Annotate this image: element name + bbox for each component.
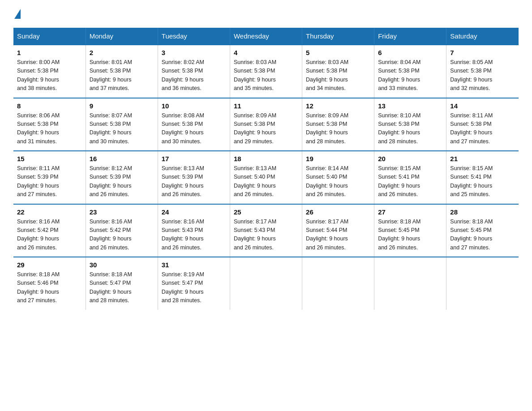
calendar-cell: 14 Sunrise: 8:11 AMSunset: 5:38 PMDaylig… (446, 98, 519, 151)
calendar-cell: 1 Sunrise: 8:00 AMSunset: 5:38 PMDayligh… (13, 45, 86, 98)
calendar-cell: 30 Sunrise: 8:18 AMSunset: 5:47 PMDaylig… (86, 257, 158, 310)
calendar-week-row: 15 Sunrise: 8:11 AMSunset: 5:39 PMDaylig… (13, 151, 519, 204)
day-info: Sunrise: 8:16 AMSunset: 5:42 PMDaylight:… (90, 218, 154, 253)
calendar-header-row: SundayMondayTuesdayWednesdayThursdayFrid… (13, 28, 519, 45)
day-number: 5 (306, 49, 370, 56)
calendar-cell: 4 Sunrise: 8:03 AMSunset: 5:38 PMDayligh… (230, 45, 302, 98)
day-info: Sunrise: 8:08 AMSunset: 5:38 PMDaylight:… (162, 111, 226, 146)
day-info: Sunrise: 8:06 AMSunset: 5:38 PMDaylight:… (17, 111, 82, 146)
calendar-cell: 7 Sunrise: 8:05 AMSunset: 5:38 PMDayligh… (446, 45, 519, 98)
day-info: Sunrise: 8:01 AMSunset: 5:38 PMDaylight:… (90, 58, 154, 93)
calendar-cell: 12 Sunrise: 8:09 AMSunset: 5:38 PMDaylig… (302, 98, 374, 151)
day-info: Sunrise: 8:02 AMSunset: 5:38 PMDaylight:… (162, 58, 226, 93)
calendar-cell: 2 Sunrise: 8:01 AMSunset: 5:38 PMDayligh… (86, 45, 158, 98)
calendar-cell (230, 257, 302, 310)
day-number: 14 (450, 102, 515, 110)
day-info: Sunrise: 8:19 AMSunset: 5:47 PMDaylight:… (162, 270, 226, 305)
calendar-cell: 16 Sunrise: 8:12 AMSunset: 5:39 PMDaylig… (86, 151, 158, 204)
day-info: Sunrise: 8:00 AMSunset: 5:38 PMDaylight:… (17, 58, 82, 93)
day-number: 30 (90, 261, 154, 269)
day-number: 16 (90, 155, 154, 163)
day-info: Sunrise: 8:07 AMSunset: 5:38 PMDaylight:… (90, 111, 154, 146)
day-info: Sunrise: 8:05 AMSunset: 5:38 PMDaylight:… (450, 58, 515, 93)
day-number: 2 (90, 49, 154, 56)
calendar-cell: 8 Sunrise: 8:06 AMSunset: 5:38 PMDayligh… (13, 98, 86, 151)
calendar-cell: 9 Sunrise: 8:07 AMSunset: 5:38 PMDayligh… (86, 98, 158, 151)
day-number: 18 (234, 155, 298, 163)
calendar-cell: 6 Sunrise: 8:04 AMSunset: 5:38 PMDayligh… (374, 45, 446, 98)
col-header-friday: Friday (374, 28, 446, 45)
calendar-cell: 24 Sunrise: 8:16 AMSunset: 5:43 PMDaylig… (158, 204, 230, 257)
day-number: 21 (450, 155, 515, 163)
day-info: Sunrise: 8:09 AMSunset: 5:38 PMDaylight:… (306, 111, 370, 146)
calendar-cell: 23 Sunrise: 8:16 AMSunset: 5:42 PMDaylig… (86, 204, 158, 257)
day-number: 28 (450, 208, 515, 216)
calendar-cell (302, 257, 374, 310)
day-number: 22 (17, 208, 82, 216)
day-info: Sunrise: 8:12 AMSunset: 5:39 PMDaylight:… (90, 164, 154, 199)
day-number: 15 (17, 155, 82, 163)
calendar-week-row: 29 Sunrise: 8:18 AMSunset: 5:46 PMDaylig… (13, 257, 519, 310)
day-info: Sunrise: 8:11 AMSunset: 5:38 PMDaylight:… (450, 111, 515, 146)
day-info: Sunrise: 8:03 AMSunset: 5:38 PMDaylight:… (306, 58, 370, 93)
day-info: Sunrise: 8:17 AMSunset: 5:44 PMDaylight:… (306, 218, 370, 253)
day-number: 27 (378, 208, 442, 216)
calendar-cell: 19 Sunrise: 8:14 AMSunset: 5:40 PMDaylig… (302, 151, 374, 204)
calendar-cell: 31 Sunrise: 8:19 AMSunset: 5:47 PMDaylig… (158, 257, 230, 310)
calendar-week-row: 1 Sunrise: 8:00 AMSunset: 5:38 PMDayligh… (13, 45, 519, 98)
day-number: 24 (162, 208, 226, 216)
day-info: Sunrise: 8:18 AMSunset: 5:45 PMDaylight:… (378, 218, 442, 253)
calendar-cell: 5 Sunrise: 8:03 AMSunset: 5:38 PMDayligh… (302, 45, 374, 98)
day-info: Sunrise: 8:18 AMSunset: 5:47 PMDaylight:… (90, 270, 154, 305)
day-number: 6 (378, 49, 442, 56)
day-info: Sunrise: 8:13 AMSunset: 5:39 PMDaylight:… (162, 164, 226, 199)
day-number: 9 (90, 102, 154, 110)
day-number: 7 (450, 49, 515, 56)
col-header-tuesday: Tuesday (158, 28, 230, 45)
day-number: 4 (234, 49, 298, 56)
calendar-cell: 25 Sunrise: 8:17 AMSunset: 5:43 PMDaylig… (230, 204, 302, 257)
day-number: 31 (162, 261, 226, 269)
day-info: Sunrise: 8:15 AMSunset: 5:41 PMDaylight:… (378, 164, 442, 199)
day-number: 12 (306, 102, 370, 110)
calendar-cell: 11 Sunrise: 8:09 AMSunset: 5:38 PMDaylig… (230, 98, 302, 151)
calendar-table: SundayMondayTuesdayWednesdayThursdayFrid… (13, 28, 519, 310)
day-info: Sunrise: 8:09 AMSunset: 5:38 PMDaylight:… (234, 111, 298, 146)
day-number: 25 (234, 208, 298, 216)
calendar-cell: 21 Sunrise: 8:15 AMSunset: 5:41 PMDaylig… (446, 151, 519, 204)
calendar-cell: 17 Sunrise: 8:13 AMSunset: 5:39 PMDaylig… (158, 151, 230, 204)
col-header-monday: Monday (86, 28, 158, 45)
day-number: 1 (17, 49, 82, 56)
day-info: Sunrise: 8:18 AMSunset: 5:45 PMDaylight:… (450, 218, 515, 253)
col-header-wednesday: Wednesday (230, 28, 302, 45)
day-number: 8 (17, 102, 82, 110)
col-header-thursday: Thursday (302, 28, 374, 45)
day-info: Sunrise: 8:10 AMSunset: 5:38 PMDaylight:… (378, 111, 442, 146)
calendar-cell: 18 Sunrise: 8:13 AMSunset: 5:40 PMDaylig… (230, 151, 302, 204)
day-info: Sunrise: 8:04 AMSunset: 5:38 PMDaylight:… (378, 58, 442, 93)
calendar-cell (446, 257, 519, 310)
day-info: Sunrise: 8:14 AMSunset: 5:40 PMDaylight:… (306, 164, 370, 199)
calendar-cell: 26 Sunrise: 8:17 AMSunset: 5:44 PMDaylig… (302, 204, 374, 257)
day-info: Sunrise: 8:11 AMSunset: 5:39 PMDaylight:… (17, 164, 82, 199)
day-info: Sunrise: 8:15 AMSunset: 5:41 PMDaylight:… (450, 164, 515, 199)
day-info: Sunrise: 8:17 AMSunset: 5:43 PMDaylight:… (234, 218, 298, 253)
page-header (13, 9, 519, 20)
calendar-cell: 13 Sunrise: 8:10 AMSunset: 5:38 PMDaylig… (374, 98, 446, 151)
calendar-cell (374, 257, 446, 310)
logo-triangle-icon (14, 9, 21, 19)
day-number: 11 (234, 102, 298, 110)
calendar-cell: 3 Sunrise: 8:02 AMSunset: 5:38 PMDayligh… (158, 45, 230, 98)
calendar-cell: 29 Sunrise: 8:18 AMSunset: 5:46 PMDaylig… (13, 257, 86, 310)
day-number: 10 (162, 102, 226, 110)
calendar-cell: 28 Sunrise: 8:18 AMSunset: 5:45 PMDaylig… (446, 204, 519, 257)
calendar-cell: 22 Sunrise: 8:16 AMSunset: 5:42 PMDaylig… (13, 204, 86, 257)
col-header-saturday: Saturday (446, 28, 519, 45)
day-info: Sunrise: 8:13 AMSunset: 5:40 PMDaylight:… (234, 164, 298, 199)
day-info: Sunrise: 8:18 AMSunset: 5:46 PMDaylight:… (17, 270, 82, 305)
calendar-week-row: 8 Sunrise: 8:06 AMSunset: 5:38 PMDayligh… (13, 98, 519, 151)
day-number: 19 (306, 155, 370, 163)
calendar-cell: 27 Sunrise: 8:18 AMSunset: 5:45 PMDaylig… (374, 204, 446, 257)
day-info: Sunrise: 8:16 AMSunset: 5:42 PMDaylight:… (17, 218, 82, 253)
day-number: 23 (90, 208, 154, 216)
